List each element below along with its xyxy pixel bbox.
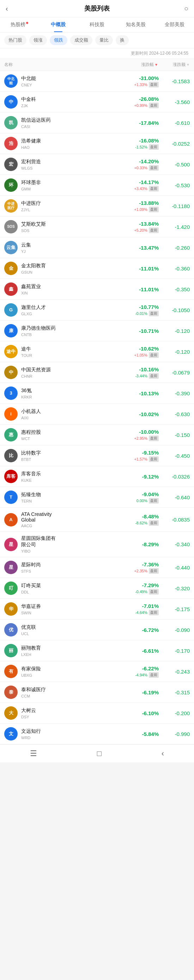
stock-row[interactable]: 中中国天然资源CHNR-10.16%-3.44%盘前-0.0679 — [0, 362, 194, 383]
stock-chg-val: -0.500 — [162, 162, 190, 167]
stock-logo: 泰 — [4, 686, 17, 699]
stock-badge: 盘前 — [149, 311, 159, 316]
stock-row[interactable]: 途牛途牛TOUR-10.62%+1.05%盘前-0.120 — [0, 341, 194, 362]
stock-row[interactable]: T拓臻生物TERN-9.04%0.00%盘前-0.640 — [0, 487, 194, 508]
sub-tab-down[interactable]: 领跌 — [50, 35, 67, 45]
stock-logo: SOS — [4, 220, 17, 234]
stock-row[interactable]: 泰泰和诚医疗CCM-6.19%-0.315 — [0, 682, 194, 703]
main-tab-hot[interactable]: 热股榜 — [0, 17, 39, 32]
sort-chgval-icon: ▼ — [186, 63, 190, 67]
main-tab-tech[interactable]: 科技股 — [78, 17, 116, 32]
stock-badge: 盘前 — [149, 186, 159, 191]
stock-info: 比特数字BTBT — [21, 450, 60, 461]
stock-row[interactable]: 中北能中北能CNEY-31.00%+1.33%盘前-0.1583 — [0, 71, 194, 92]
stock-row[interactable]: 康康乃德生物医药CNTB-10.71%-0.120 — [0, 321, 194, 341]
nav-home-icon[interactable]: □ — [97, 749, 102, 758]
stock-pct-col: -9.15%+1.57%盘前 — [126, 450, 162, 462]
stock-row[interactable]: 大大树云DSY-6.10%-0.200 — [0, 703, 194, 724]
stock-info: ATA Creativity GlobalAACG — [21, 511, 60, 528]
stock-chg-val: -0.0252 — [162, 141, 190, 147]
stock-pct: -9.12% — [126, 474, 159, 480]
stock-info: 华嘉证券SWIN — [21, 603, 60, 615]
stock-code: TOUR — [21, 353, 60, 358]
stock-logo: 星 — [4, 561, 17, 574]
stock-row[interactable]: 鑫鑫苑置业XIN-11.01%-0.350 — [0, 279, 194, 300]
stock-pct-col: -11.01% — [126, 266, 162, 272]
stock-logo: 凯 — [4, 116, 17, 129]
stock-chg-val: -0.640 — [162, 495, 190, 500]
nav-back-icon[interactable]: ‹ — [162, 749, 164, 758]
stock-chg-val: -0.120 — [162, 328, 190, 334]
col-change-header[interactable]: 涨跌幅 ▼ — [123, 62, 158, 68]
stock-row[interactable]: G迦里仕人才GLXG-10.77%-0.01%盘前-0.1050 — [0, 300, 194, 321]
stock-chg-val: -0.150 — [162, 432, 190, 438]
sub-tab-more[interactable]: 换 — [116, 35, 129, 45]
back-button[interactable]: ‹ — [6, 5, 8, 13]
sub-tab-up[interactable]: 领涨 — [29, 35, 47, 45]
stock-sub-info: -0.49%盘前 — [126, 589, 159, 595]
stock-code: YJ — [21, 249, 60, 253]
stock-logo: 宏 — [4, 158, 17, 171]
stock-code: XIN — [21, 291, 60, 295]
stock-row[interactable]: 中中金科ZJK-26.08%+0.99%盘前-3.560 — [0, 92, 194, 113]
stock-info: 中进医疗ZJYL — [21, 200, 60, 212]
sub-tab-hot[interactable]: 热门股 — [4, 35, 27, 45]
stock-pct-col: -10.02% — [126, 411, 162, 417]
stock-name: 丽翔教育 — [21, 645, 60, 651]
stock-logo: 中 — [4, 366, 17, 379]
main-tab-all[interactable]: 全部美股 — [155, 17, 194, 32]
stock-row[interactable]: 星星际时尚STFS-7.36%+2.35%盘前-0.440 — [0, 557, 194, 578]
stock-row[interactable]: 星星圆国际集团有限公司YIBO-8.29%-0.340 — [0, 532, 194, 557]
stock-row[interactable]: 文文远知行WRD-5.84%-0.990 — [0, 724, 194, 745]
stock-info: 优克联UCL — [21, 624, 60, 636]
stock-logo: G — [4, 303, 17, 317]
stock-name: 优克联 — [21, 624, 60, 630]
stock-name: 库客音乐 — [21, 471, 60, 477]
stock-row[interactable]: 惠惠程控股WCT-10.00%+2.95%盘前-0.150 — [0, 425, 194, 445]
stock-pct-col: -10.16%-3.44%盘前 — [126, 366, 162, 379]
stock-code: BTBT — [21, 457, 60, 461]
stock-pct: -10.16% — [126, 366, 159, 372]
col-chgval-header[interactable]: 涨跌额 ▼ — [158, 62, 190, 68]
stock-row[interactable]: 有有家保险UBXG-6.22%-4.94%盘前-0.243 — [0, 661, 194, 682]
stock-row[interactable]: 金金太阳教育GSUN-11.01%-0.360 — [0, 258, 194, 279]
stock-row[interactable]: 优优克联UCL-6.72%-0.090 — [0, 620, 194, 640]
stock-pct: -17.84% — [126, 120, 159, 126]
stock-sub-info: -4.94%盘前 — [126, 672, 159, 678]
stock-row[interactable]: 比比特数字BTBT-9.15%+1.57%盘前-0.450 — [0, 445, 194, 466]
stock-info: 大树云DSY — [21, 707, 60, 719]
stock-row[interactable]: 华华嘉证券SWIN-7.01%-4.64%盘前-0.175 — [0, 599, 194, 620]
sub-tab-vol[interactable]: 成交额 — [70, 35, 92, 45]
stock-row[interactable]: SOS艾斯欧艾斯SOS-13.84%+5.20%盘前-1.420 — [0, 216, 194, 237]
stock-row[interactable]: 环环球墨非GMM-14.17%+3.43%盘前-0.530 — [0, 175, 194, 196]
stock-row[interactable]: 宏宏利营造WLGS-14.20%+0.33%盘前-0.500 — [0, 154, 194, 175]
main-tab-famous[interactable]: 知名美股 — [116, 17, 155, 32]
stock-info: 拓臻生物TERN — [21, 492, 60, 503]
stock-row[interactable]: AATA Creativity GlobalAACG-8.48%-8.62%盘前… — [0, 508, 194, 532]
stock-name: 拓臻生物 — [21, 492, 60, 498]
stock-logo: 叮 — [4, 582, 17, 595]
stock-row[interactable]: 凯凯信远达医药CASI-17.84%-0.610 — [0, 113, 194, 133]
stock-sub-pct: -0.01% — [135, 311, 148, 316]
stock-chg-val: -0.630 — [162, 411, 190, 417]
stock-info: 宏利营造WLGS — [21, 159, 60, 170]
stock-name: 鑫苑置业 — [21, 283, 60, 290]
stock-row[interactable]: 中进医疗中进医疗ZJYL-13.88%+1.09%盘前-0.1180 — [0, 196, 194, 216]
stock-list: 中北能中北能CNEY-31.00%+1.33%盘前-0.1583中中金科ZJK-… — [0, 71, 194, 745]
stock-row[interactable]: 浩浩希健康HAO-16.08%-1.52%盘前-0.0252 — [0, 133, 194, 154]
search-icon[interactable]: ○ — [184, 5, 188, 13]
stock-logo: 优 — [4, 623, 17, 636]
stock-sub-pct: -8.62% — [135, 521, 148, 525]
stock-info: 凯信远达医药CASI — [21, 117, 60, 129]
stock-info: 云集YJ — [21, 242, 60, 253]
stock-row[interactable]: 336氪KRKR-10.13%-0.390 — [0, 383, 194, 404]
stock-row[interactable]: 库客库客音乐KUKE-9.12%-0.0326 — [0, 466, 194, 487]
main-tab-cn[interactable]: 中概股 — [39, 17, 78, 32]
stock-code: UBXG — [21, 673, 60, 678]
nav-menu-icon[interactable]: ☰ — [30, 749, 37, 758]
stock-row[interactable]: 丽丽翔教育LXEH-6.61%-0.170 — [0, 640, 194, 661]
stock-row[interactable]: 叮叮咚买菜DDL-7.29%-0.49%盘前-0.320 — [0, 578, 194, 599]
sub-tab-ratio[interactable]: 量比 — [95, 35, 113, 45]
stock-row[interactable]: i小机器人AIXI-10.02%-0.630 — [0, 404, 194, 425]
stock-row[interactable]: 云集云集YJ-13.47%-0.260 — [0, 237, 194, 258]
